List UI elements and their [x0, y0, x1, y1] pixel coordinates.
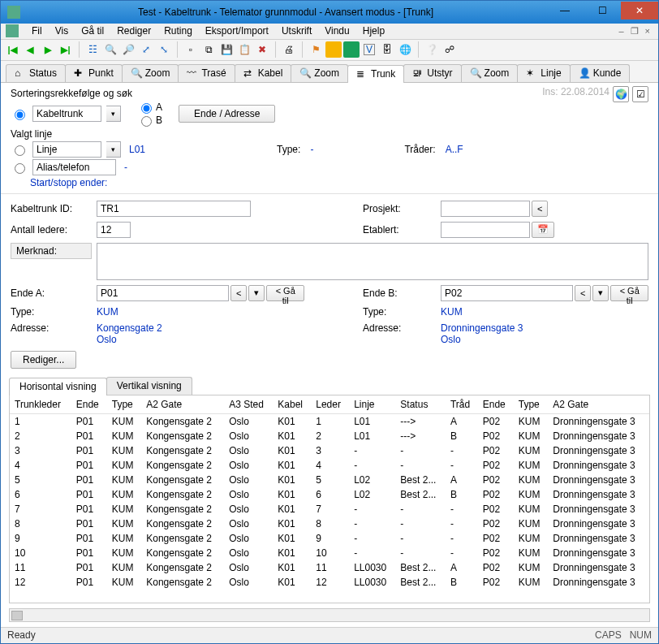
maximize-button[interactable]: ☐ — [584, 2, 621, 19]
v-box-icon[interactable]: V — [361, 41, 377, 58]
col-trd[interactable]: Tråd — [446, 395, 478, 414]
prosjekt-pick-button[interactable]: < — [532, 201, 548, 217]
app-menu-icon[interactable] — [6, 24, 19, 37]
startstopp-label[interactable]: Start/stopp ender: — [30, 177, 107, 188]
menu-ruting[interactable]: Ruting — [157, 24, 199, 38]
col-a2gate[interactable]: A2 Gate — [548, 395, 649, 414]
col-status[interactable]: Status — [395, 395, 446, 414]
menu-vindu[interactable]: Vindu — [318, 24, 355, 38]
tab-punkt-1[interactable]: ✚Punkt — [65, 64, 123, 82]
tab-linje-9[interactable]: ✶Linje — [517, 64, 570, 82]
col-leder[interactable]: Leder — [311, 395, 349, 414]
table-row[interactable]: 11P01KUMKongensgate 2OsloK0111LL0030Best… — [10, 560, 649, 575]
zoom-fit-icon[interactable]: ⤡ — [156, 41, 172, 58]
col-trunkleder[interactable]: Trunkleder — [10, 395, 71, 414]
radio-kabeltrunk[interactable] — [15, 110, 25, 120]
tab-kunde-10[interactable]: 👤Kunde — [570, 64, 631, 82]
tab-kabel-4[interactable]: ⇄Kabel — [235, 64, 292, 82]
table-row[interactable]: 8P01KUMKongensgate 2OsloK018---P02KUMDro… — [10, 516, 649, 531]
menu-vis[interactable]: Vis — [49, 24, 75, 38]
linje-combo-dd[interactable]: ▾ — [106, 141, 121, 158]
scrollbar-thumb[interactable] — [11, 611, 23, 620]
tab-tras-3[interactable]: 〰Trasé — [178, 64, 235, 82]
close-button[interactable]: ✕ — [621, 2, 658, 19]
checklist-icon[interactable]: ☑ — [632, 86, 648, 102]
box-green-icon[interactable] — [343, 41, 360, 58]
tab-vertikal[interactable]: Vertikal visning — [106, 377, 192, 395]
zoom-reset-icon[interactable]: ⤢ — [138, 41, 154, 58]
endeb-goto[interactable]: < Gå til — [610, 285, 648, 301]
antall-input[interactable] — [97, 222, 131, 238]
radio-linje[interactable] — [15, 145, 25, 156]
db-icon[interactable]: 🗄 — [379, 41, 395, 58]
table-row[interactable]: 1P01KUMKongensgate 2OsloK011L01--->AP02K… — [10, 413, 649, 429]
menu-hjelp[interactable]: Hjelp — [356, 24, 391, 38]
menu-gtil[interactable]: Gå til — [75, 24, 110, 38]
date-picker-button[interactable]: 📅 — [532, 222, 554, 238]
nav-next-icon[interactable]: ▶ — [40, 41, 56, 58]
mdi-minimize[interactable]: – — [615, 26, 627, 36]
table-row[interactable]: 6P01KUMKongensgate 2OsloK016L02Best 2...… — [10, 487, 649, 502]
etablert-input[interactable] — [441, 222, 530, 238]
tree-icon[interactable]: ☷ — [84, 41, 101, 58]
tab-status-0[interactable]: ⌂Status — [6, 64, 66, 82]
globe2-icon[interactable]: 🌍 — [613, 86, 629, 102]
merknad-textarea[interactable] — [97, 243, 648, 280]
flag-icon[interactable]: ⚑ — [308, 41, 324, 58]
alias-combo[interactable] — [32, 159, 116, 175]
menu-eksportimport[interactable]: Eksport/Import — [199, 24, 275, 38]
kabeltrunk-combo-dd[interactable]: ▾ — [106, 106, 121, 122]
endea-dd[interactable]: ▾ — [248, 285, 265, 301]
endea-pick[interactable]: < — [230, 285, 247, 301]
rediger-button[interactable]: Rediger... — [11, 351, 76, 369]
col-linje[interactable]: Linje — [349, 395, 395, 414]
endeb-input[interactable] — [441, 285, 573, 301]
table-row[interactable]: 12P01KUMKongensgate 2OsloK0112LL0030Best… — [10, 575, 649, 590]
minimize-button[interactable]: — — [546, 2, 584, 19]
kabeltrunk-combo[interactable] — [32, 106, 101, 122]
table-row[interactable]: 7P01KUMKongensgate 2OsloK017---P02KUMDro… — [10, 502, 649, 516]
box-orange-icon[interactable] — [325, 41, 342, 58]
table-row[interactable]: 10P01KUMKongensgate 2OsloK0110---P02KUMD… — [10, 546, 649, 560]
zoom-in-icon[interactable]: 🔍 — [102, 41, 118, 58]
radio-b[interactable] — [141, 116, 152, 127]
menu-utskrift[interactable]: Utskrift — [275, 24, 318, 38]
table-row[interactable]: 3P01KUMKongensgate 2OsloK013---P02KUMDro… — [10, 443, 649, 458]
mdi-restore[interactable]: ❐ — [627, 26, 642, 37]
endea-input[interactable] — [97, 285, 229, 301]
save-icon[interactable]: 💾 — [218, 41, 235, 58]
paste-icon[interactable]: 📋 — [236, 41, 252, 58]
menu-fil[interactable]: Fil — [25, 24, 49, 38]
nav-last-icon[interactable]: ▶| — [58, 41, 74, 58]
print-icon[interactable]: 🖨 — [281, 41, 297, 58]
radio-a[interactable] — [141, 103, 152, 114]
tab-zoom-8[interactable]: 🔍Zoom — [461, 64, 519, 82]
col-type[interactable]: Type — [107, 395, 142, 414]
col-ende[interactable]: Ende — [71, 395, 107, 414]
col-ende[interactable]: Ende — [478, 395, 514, 414]
tab-utstyr-7[interactable]: 🖳Utstyr — [403, 64, 461, 82]
trunkleder-table[interactable]: TrunklederEndeTypeA2 GateA3 StedKabelLed… — [9, 395, 650, 603]
table-row[interactable]: 4P01KUMKongensgate 2OsloK014---P02KUMDro… — [10, 458, 649, 473]
link-icon[interactable]: ☍ — [441, 41, 458, 58]
table-row[interactable]: 5P01KUMKongensgate 2OsloK015L02Best 2...… — [10, 473, 649, 487]
table-row[interactable]: 2P01KUMKongensgate 2OsloK012L01--->BP02K… — [10, 429, 649, 443]
menu-rediger[interactable]: Rediger — [110, 24, 157, 38]
kabeltrunk-id-input[interactable] — [97, 201, 251, 217]
copy-icon[interactable]: ⧉ — [200, 41, 217, 58]
prosjekt-input[interactable] — [441, 201, 530, 217]
nav-first-icon[interactable]: |◀ — [4, 41, 20, 58]
col-a3sted[interactable]: A3 Sted — [224, 395, 273, 414]
mdi-close[interactable]: × — [642, 26, 653, 36]
help-icon[interactable]: ❔ — [424, 41, 440, 58]
col-a2gate[interactable]: A2 Gate — [141, 395, 224, 414]
table-row[interactable]: 9P01KUMKongensgate 2OsloK019---P02KUMDro… — [10, 531, 649, 546]
tab-zoom-5[interactable]: 🔍Zoom — [291, 64, 348, 82]
radio-alias[interactable] — [15, 163, 25, 174]
tab-horisontal[interactable]: Horisontal visning — [9, 378, 107, 395]
endeb-dd[interactable]: ▾ — [592, 285, 609, 301]
tab-zoom-2[interactable]: 🔍Zoom — [122, 64, 179, 82]
col-kabel[interactable]: Kabel — [273, 395, 311, 414]
horizontal-scrollbar[interactable] — [9, 608, 650, 622]
nav-prev-icon[interactable]: ◀ — [22, 41, 38, 58]
